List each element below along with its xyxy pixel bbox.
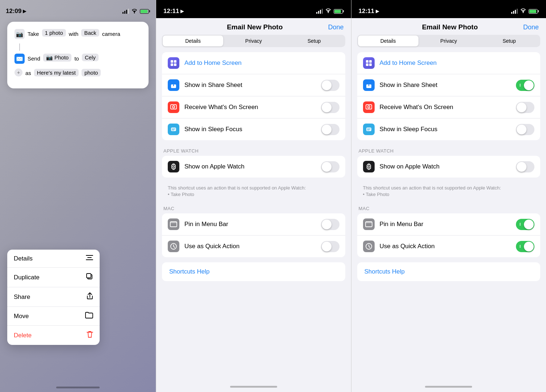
settings-scroll-3[interactable]: Add to Home Screen Show in Share Sheet xyxy=(351,52,546,381)
svg-rect-40 xyxy=(366,222,372,223)
row-quickaction-3[interactable]: Use as Quick Action xyxy=(357,235,541,257)
battery-2 xyxy=(334,9,344,14)
step2-photo2-token[interactable]: photo xyxy=(82,69,101,76)
status-bar-2: 12:11 ▶ xyxy=(156,0,351,18)
share-sheet-icon-3 xyxy=(363,79,375,91)
shortcuts-help-link-3[interactable]: Shortcuts Help xyxy=(364,268,405,275)
toggle-menubar-2[interactable] xyxy=(321,219,339,230)
home-screen-icon-2 xyxy=(168,57,179,69)
context-move-label: Move xyxy=(14,313,29,320)
row-menubar-3[interactable]: Pin in Menu Bar xyxy=(357,213,541,235)
home-indicator-3 xyxy=(351,381,546,392)
nav-bar-2: Email New Photo Done xyxy=(156,18,351,35)
step2-plus-icon[interactable]: + xyxy=(14,68,22,76)
svg-rect-7 xyxy=(171,60,173,63)
toggle-watch-3[interactable] xyxy=(516,161,534,172)
context-duplicate[interactable]: Duplicate xyxy=(7,268,100,287)
screen-icon-3 xyxy=(363,101,375,113)
row-menubar-2[interactable]: Pin in Menu Bar xyxy=(162,213,345,235)
tab-privacy-2[interactable]: Privacy xyxy=(223,36,284,46)
step2-contact-token[interactable]: Cely xyxy=(82,54,99,61)
nav-done-3[interactable]: Done xyxy=(523,24,539,31)
row-quickaction-2[interactable]: Use as Quick Action xyxy=(162,235,345,257)
toggle-quickaction-3[interactable] xyxy=(516,241,534,252)
location-arrow-2: ▶ xyxy=(180,9,184,14)
home-screen-icon-3 xyxy=(363,57,375,69)
apple-watch-section-3: Show on Apple Watch xyxy=(357,156,541,178)
toggle-watch-2[interactable] xyxy=(321,161,339,172)
wifi-icon xyxy=(131,8,138,14)
row-screen-3[interactable]: Receive What's On Screen xyxy=(357,96,541,118)
toggle-menubar-3[interactable] xyxy=(516,219,534,230)
row-screen-label-2: Receive What's On Screen xyxy=(184,104,321,111)
svg-rect-30 xyxy=(366,105,372,109)
context-details[interactable]: Details xyxy=(7,250,100,268)
sleep-icon-2 xyxy=(168,124,179,135)
duplicate-icon xyxy=(86,273,93,282)
context-share[interactable]: Share xyxy=(7,287,100,307)
step1-take: Take xyxy=(28,29,39,38)
row-home-screen-label-2: Add to Home Screen xyxy=(184,59,339,67)
toggle-share-sheet-3[interactable] xyxy=(516,80,534,91)
toggle-screen-2[interactable] xyxy=(321,102,339,113)
seg-control-3[interactable]: Details Privacy Setup xyxy=(357,35,541,47)
tab-setup-2[interactable]: Setup xyxy=(284,36,344,46)
row-apple-watch-2[interactable]: Show on Apple Watch xyxy=(162,156,345,178)
row-share-sheet-label-2: Show in Share Sheet xyxy=(184,82,321,89)
toggle-sleep-2[interactable] xyxy=(321,124,339,135)
status-time-1: 12:09 ▶ xyxy=(6,8,26,15)
row-apple-watch-3[interactable]: Show on Apple Watch xyxy=(357,156,541,178)
svg-rect-19 xyxy=(172,169,175,170)
tab-details-2[interactable]: Details xyxy=(163,36,223,46)
row-home-screen-3[interactable]: Add to Home Screen xyxy=(357,52,541,74)
step2-message-token[interactable]: Here's my latest xyxy=(34,69,79,76)
svg-point-31 xyxy=(368,106,370,108)
mac-section-3: Pin in Menu Bar Use as Quick Action xyxy=(357,213,541,257)
settings-scroll-2[interactable]: Add to Home Screen Show in Share Sheet xyxy=(156,52,351,381)
home-bar-2 xyxy=(230,386,277,388)
toggle-screen-3[interactable] xyxy=(516,102,534,113)
context-delete[interactable]: Delete xyxy=(7,326,100,345)
shortcuts-help-2[interactable]: Shortcuts Help xyxy=(162,262,345,281)
watch-icon-3 xyxy=(363,161,375,172)
watch-note-3: This shortcut uses an action that is not… xyxy=(357,183,541,203)
nav-title-3: Email New Photo xyxy=(422,23,478,31)
shortcuts-help-3[interactable]: Shortcuts Help xyxy=(357,262,541,281)
tab-privacy-3[interactable]: Privacy xyxy=(418,36,479,46)
seg-control-2[interactable]: Details Privacy Setup xyxy=(162,35,345,47)
svg-rect-9 xyxy=(171,63,173,66)
row-share-sheet-3[interactable]: Show in Share Sheet xyxy=(357,74,541,96)
step1-camera-token[interactable]: Back xyxy=(81,29,99,37)
row-home-screen-2[interactable]: Add to Home Screen xyxy=(162,52,345,74)
svg-rect-15 xyxy=(172,129,175,129)
row-sleep-2[interactable]: Show in Sleep Focus xyxy=(162,118,345,140)
toggle-quickaction-2[interactable] xyxy=(321,241,339,252)
step1-photo-token[interactable]: 1 photo xyxy=(42,29,66,37)
toggle-share-sheet-2[interactable] xyxy=(321,80,339,91)
context-move[interactable]: Move xyxy=(7,307,100,326)
row-home-screen-label-3: Add to Home Screen xyxy=(380,59,535,67)
svg-point-0 xyxy=(134,12,135,13)
nav-title-2: Email New Photo xyxy=(227,23,283,31)
svg-rect-5 xyxy=(87,274,91,278)
status-bar-3: 12:11 ▶ xyxy=(351,0,546,18)
row-share-sheet-2[interactable]: Show in Share Sheet xyxy=(162,74,345,96)
svg-rect-34 xyxy=(367,130,370,130)
shortcuts-help-link-2[interactable]: Shortcuts Help xyxy=(169,268,210,275)
trash-icon xyxy=(87,331,93,340)
tab-setup-3[interactable]: Setup xyxy=(479,36,539,46)
signal-2 xyxy=(316,9,323,14)
row-screen-2[interactable]: Receive What's On Screen xyxy=(162,96,345,118)
signal-3 xyxy=(511,9,518,14)
toggle-sleep-3[interactable] xyxy=(516,124,534,135)
context-duplicate-label: Duplicate xyxy=(14,274,39,281)
svg-rect-10 xyxy=(174,63,176,66)
tab-details-3[interactable]: Details xyxy=(358,36,418,46)
step2-photo-token[interactable]: 📷 Photo xyxy=(43,54,71,62)
nav-done-2[interactable]: Done xyxy=(328,24,343,31)
home-bar-3 xyxy=(425,386,472,388)
status-time-3: 12:11 ▶ xyxy=(359,8,379,15)
row-menubar-label-3: Pin in Menu Bar xyxy=(380,221,516,228)
svg-rect-25 xyxy=(366,60,368,63)
row-sleep-3[interactable]: Show in Sleep Focus xyxy=(357,118,541,140)
